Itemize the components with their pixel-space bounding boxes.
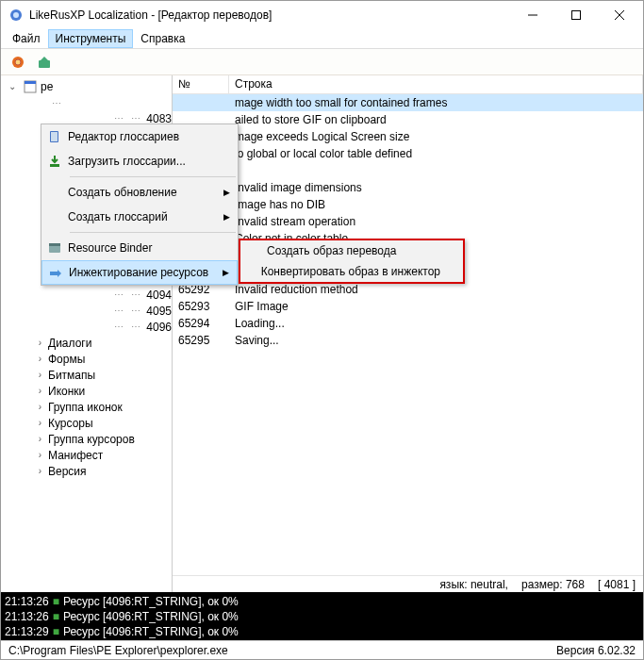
maximize-button[interactable]: [554, 1, 598, 29]
tree-category[interactable]: ›Формы: [7, 351, 172, 367]
grid-body[interactable]: mage width too small for contained frame…: [173, 94, 643, 575]
submenu-arrow-icon: ▶: [223, 188, 230, 197]
svg-rect-8: [39, 60, 50, 68]
tree-category[interactable]: ›Манифест: [7, 447, 172, 463]
submenu-arrow-icon: ▶: [223, 268, 229, 277]
grid-header-string[interactable]: Строка: [229, 75, 643, 93]
tree-category[interactable]: ›Курсоры: [7, 415, 172, 431]
menu-item-load-glossaries[interactable]: Загрузить глоссарии...: [41, 149, 238, 173]
tree-category[interactable]: ›Группа курсоров: [7, 431, 172, 447]
grid-status-size: размер: 768: [521, 578, 585, 591]
submenu-arrow-icon: ▶: [223, 212, 230, 222]
grid-row[interactable]: 65294Loading...: [173, 315, 643, 332]
svg-point-7: [15, 59, 21, 65]
menu-file[interactable]: Файл: [5, 29, 48, 48]
window-title: LikeRusXP Localization - [Редактор перев…: [29, 8, 511, 22]
menu-item-resource-binder[interactable]: Resource Binder: [41, 236, 238, 260]
grid-status-id: [ 4081 ]: [598, 578, 636, 591]
tree-root[interactable]: ⌄ pe: [7, 79, 172, 94]
grid-row[interactable]: 65288Invalid stream operation: [173, 213, 643, 230]
menu-help[interactable]: Справка: [133, 29, 192, 48]
tree-category[interactable]: ›Диалоги: [7, 335, 172, 351]
submenu-item-convert-image[interactable]: Конвертировать образ в инжектор: [240, 261, 463, 282]
submenu-item-create-image[interactable]: Создать образ перевода: [240, 240, 463, 261]
app-icon: [8, 8, 24, 23]
title-bar: LikeRusXP Localization - [Редактор перев…: [1, 1, 643, 29]
exe-icon: [24, 80, 37, 93]
tree-node[interactable]: ⋯4096: [7, 319, 172, 335]
download-icon: [41, 154, 68, 169]
log-panel[interactable]: 21:13:26■Ресурс [4096:RT_STRING], ок 0%2…: [1, 592, 643, 640]
grid-row[interactable]: mage exceeds Logical Screen size: [173, 128, 643, 145]
log-line: 21:13:26■Ресурс [4096:RT_STRING], ок 0%: [5, 609, 639, 624]
inject-icon: [42, 265, 69, 280]
tree-node-ellipsis[interactable]: [7, 94, 172, 110]
menu-item-create-update[interactable]: Создать обновление ▶: [41, 180, 238, 205]
tree-category[interactable]: ›Группа иконок: [7, 399, 172, 415]
grid-header: № Строка: [173, 75, 643, 94]
grid-header-id[interactable]: №: [173, 75, 229, 93]
grid-row[interactable]: 65286Invalid image dimensions: [173, 179, 643, 196]
tree-root-label: pe: [41, 80, 53, 93]
close-button[interactable]: [598, 1, 641, 29]
work-area: ⌄ pe ⋯4083⋯4084⋯4085⋯4086⋯4087⋯4088⋯4089…: [1, 75, 643, 592]
menu-tools[interactable]: Инструменты: [48, 29, 134, 48]
grid-status-lang: язык: neutral,: [439, 578, 508, 591]
toolbar-button-1[interactable]: [7, 51, 29, 74]
tree-category[interactable]: ›Иконки: [7, 383, 172, 399]
statusbar-version: Версия 6.02.32: [556, 644, 636, 657]
minimize-button[interactable]: [511, 1, 554, 29]
toolbar-button-2[interactable]: [33, 51, 56, 74]
svg-rect-3: [572, 11, 581, 20]
grid-statusbar: язык: neutral, размер: 768 [ 4081 ]: [173, 575, 643, 592]
tree-node[interactable]: ⋯4095: [7, 303, 172, 319]
log-line: 21:13:26■Ресурс [4096:RT_STRING], ок 0%: [5, 594, 639, 609]
tree-node[interactable]: ⋯4094: [7, 287, 172, 303]
book-icon: [41, 129, 68, 144]
svg-rect-10: [25, 81, 36, 84]
log-line: 21:13:29■Ресурс [4096:RT_STRING], ок 0%: [5, 624, 639, 639]
grid-row[interactable]: ailed to store GIF on clipboard: [173, 111, 643, 128]
grid-row[interactable]: 65293GIF Image: [173, 298, 643, 315]
svg-rect-12: [51, 132, 58, 141]
menu-separator: [70, 176, 236, 177]
menu-separator: [70, 232, 236, 233]
grid-row[interactable]: 65295Saving...: [173, 332, 643, 349]
menu-item-inject-resources[interactable]: Инжектирование ресурсов ▶: [41, 260, 238, 285]
collapse-icon[interactable]: ⌄: [7, 82, 17, 92]
statusbar-path: C:\Program Files\PE Explorer\pexplorer.e…: [8, 644, 228, 657]
inject-submenu: Создать образ перевода Конвертировать об…: [239, 239, 465, 284]
tree-category[interactable]: ›Битмапы: [7, 367, 172, 383]
menu-item-glossary-editor[interactable]: Редактор глоссариев: [41, 124, 238, 149]
svg-rect-13: [50, 164, 59, 167]
grid-row[interactable]: lo global or local color table defined: [173, 145, 643, 162]
svg-rect-15: [49, 243, 60, 246]
menu-item-create-glossary[interactable]: Создать глоссарий ▶: [41, 205, 238, 229]
toolbar: [1, 49, 643, 75]
svg-point-1: [13, 12, 19, 18]
grid-row[interactable]: mage width too small for contained frame…: [173, 94, 643, 111]
grid-row[interactable]: 65285: [173, 162, 643, 179]
string-grid: № Строка mage width too small for contai…: [173, 75, 643, 592]
binder-icon: [41, 240, 68, 256]
svg-rect-16: [50, 272, 58, 275]
grid-row[interactable]: 65287Image has no DIB: [173, 196, 643, 213]
statusbar: C:\Program Files\PE Explorer\pexplorer.e…: [1, 640, 643, 659]
menubar: Файл Инструменты Справка: [1, 29, 643, 49]
tree-category[interactable]: ›Версия: [7, 463, 172, 479]
tools-dropdown: Редактор глоссариев Загрузить глоссарии.…: [41, 124, 239, 286]
